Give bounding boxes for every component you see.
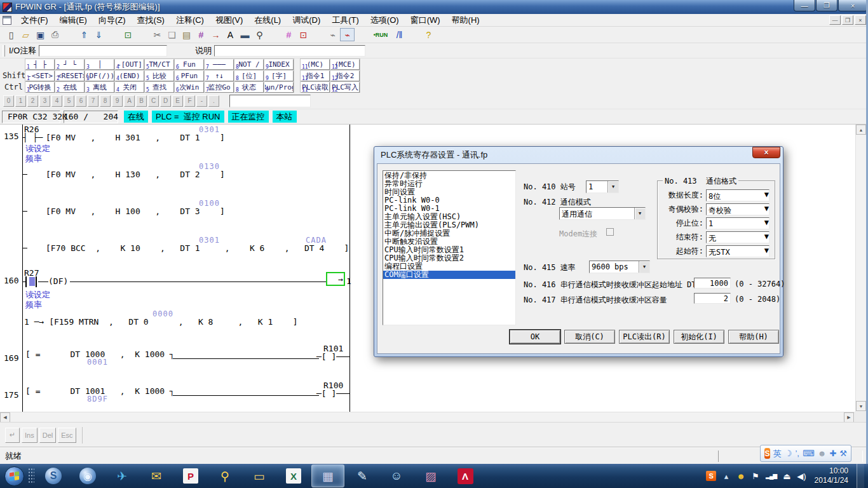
select-mode-icon[interactable]: ⊡ xyxy=(121,28,135,41)
chevron-down-icon[interactable]: ▼ xyxy=(639,261,649,273)
register-category-item[interactable]: 异常时运行 xyxy=(383,180,515,188)
comm-format-select[interactable]: 1 ▼ xyxy=(706,217,770,229)
chevron-down-icon[interactable]: ▼ xyxy=(764,218,769,229)
cut-icon[interactable]: ✂ xyxy=(150,28,165,41)
fkey-button[interactable]: 4-[OUT] xyxy=(115,59,144,70)
dialog-close-icon[interactable]: × xyxy=(752,147,780,158)
menu-item[interactable]: 编辑(E) xyxy=(54,13,93,27)
excel-icon[interactable]: X xyxy=(277,464,310,487)
qq-tray-icon[interactable]: ☻ xyxy=(736,471,745,481)
clock[interactable]: 10:00 2014/1/24 xyxy=(815,466,848,485)
mdi-restore-button[interactable]: ❐ xyxy=(842,15,853,25)
chevron-down-icon[interactable]: ▼ xyxy=(764,246,769,257)
fkey-button[interactable]: 1┤ ├ xyxy=(25,59,55,70)
help-button[interactable]: 帮助(H) xyxy=(728,330,779,344)
mdi-document-icon[interactable] xyxy=(3,16,11,25)
menu-item[interactable]: 帮助(H) xyxy=(446,13,485,27)
save-icon[interactable]: ▣ xyxy=(33,28,48,41)
io-comment-icon[interactable]: # xyxy=(194,28,208,41)
hex-key-button[interactable]: 0 xyxy=(3,95,14,107)
fkey-button[interactable]: 9Run/Prog xyxy=(264,82,294,93)
fkey-button[interactable]: 11指令1 xyxy=(301,71,330,81)
monitor-window-icon[interactable]: ⊡ xyxy=(296,28,311,41)
vertical-scrollbar[interactable]: ▲ ▼ xyxy=(855,125,866,412)
fkey-button[interactable]: 11PLC读取 xyxy=(301,82,330,93)
fkey-button[interactable]: 8[位] xyxy=(234,71,264,81)
menu-item[interactable]: 在线(L) xyxy=(248,13,287,27)
scroll-left-icon[interactable]: ◀ xyxy=(0,412,10,423)
menu-item[interactable]: 查找(S) xyxy=(132,13,170,27)
hex-key-button[interactable]: 1 xyxy=(15,95,26,107)
sogou-logo-icon[interactable]: S xyxy=(764,448,770,459)
cancel-button[interactable]: 取消(C) xyxy=(564,330,615,344)
input-p8-icon[interactable]: P xyxy=(174,464,207,487)
modem-checkbox[interactable] xyxy=(606,228,614,236)
hex-key-button[interactable]: - xyxy=(196,95,207,107)
flashget-bird-icon[interactable]: ✈ xyxy=(105,464,139,487)
comm-format-select[interactable]: 8位 ▼ xyxy=(706,189,770,201)
explorer-folder-icon[interactable]: ▭ xyxy=(243,464,276,487)
register-category-item[interactable]: 主单元输入设置(HSC) xyxy=(383,213,515,221)
hex-key-button[interactable]: 9 xyxy=(112,95,123,107)
io-comment-input[interactable] xyxy=(39,45,167,57)
find-io-icon[interactable]: # xyxy=(281,28,296,41)
hex-key-button[interactable]: 8 xyxy=(100,95,111,107)
hex-key-button[interactable]: 3 xyxy=(39,95,50,107)
hex-key-button[interactable]: F xyxy=(184,95,195,107)
fkey-button[interactable]: 2在线 xyxy=(55,82,85,93)
register-category-item[interactable]: 中断/脉冲捕捉设置 xyxy=(383,229,515,238)
buffer-start-input[interactable] xyxy=(694,278,731,288)
toolbar-icon[interactable] xyxy=(267,28,281,41)
menu-item[interactable]: 调试(D) xyxy=(287,13,326,27)
ime-tool-icon[interactable]: ⚒ xyxy=(839,449,847,458)
hex-key-button[interactable]: 2 xyxy=(27,95,38,107)
fkey-button[interactable]: 3│ xyxy=(85,59,114,70)
fkey-button[interactable]: 3离线 xyxy=(85,82,114,93)
scroll-down-icon[interactable]: ▼ xyxy=(856,401,866,411)
register-category-item[interactable]: PC-link W0-1 xyxy=(383,205,515,213)
hex-key-button[interactable]: D xyxy=(160,95,171,107)
toolbar-icon[interactable] xyxy=(355,28,369,41)
run-mode-icon[interactable]: •RUN xyxy=(369,28,392,41)
comm-format-select[interactable]: 无 ▼ xyxy=(706,231,770,243)
comment-download-icon[interactable]: ⇓ xyxy=(92,28,106,41)
paste-icon[interactable]: ▤ xyxy=(179,28,194,41)
toolbar-icon[interactable] xyxy=(135,28,150,41)
menu-item[interactable]: 窗口(W) xyxy=(405,13,446,27)
search-tool-icon[interactable]: ⚲ xyxy=(208,464,241,487)
edit-key-button[interactable]: Del xyxy=(39,428,57,443)
buffer-capacity-input[interactable] xyxy=(694,293,731,304)
mdi-minimize-button[interactable]: — xyxy=(829,15,841,25)
edit-key-button[interactable]: Ins xyxy=(22,428,37,443)
comm-format-select[interactable]: 奇校验 ▼ xyxy=(706,203,770,215)
scroll-right-icon[interactable]: ▶ xyxy=(844,412,854,423)
fkey-button[interactable]: 11(MC) xyxy=(301,59,330,70)
ime-user-icon[interactable]: ☻ xyxy=(818,449,827,458)
fkey-button[interactable]: 9INDEX xyxy=(264,59,294,70)
chevron-down-icon[interactable]: ▼ xyxy=(764,232,769,243)
fkey-button[interactable]: 7监控Go xyxy=(205,82,234,93)
hex-key-button[interactable]: . xyxy=(208,95,219,107)
outlook-icon[interactable]: ✉ xyxy=(140,464,173,487)
fkey-button[interactable]: 6PFun xyxy=(175,71,204,81)
online-icon[interactable]: ⌁ xyxy=(340,28,355,41)
print-icon[interactable]: ⎙ xyxy=(48,28,62,41)
register-category-item[interactable]: 编程口设置 xyxy=(383,262,515,271)
ime-punct-icon[interactable]: ’, xyxy=(795,449,799,458)
comm-mode-select[interactable]: 通用通信 ▼ xyxy=(559,207,646,220)
ime-moon-icon[interactable]: ☽ xyxy=(785,449,792,458)
fkey-button[interactable]: 12(MCE) xyxy=(330,59,360,70)
monitor-run-icon[interactable]: /‖ xyxy=(392,28,407,41)
menu-item[interactable]: 选项(O) xyxy=(365,13,405,27)
menu-item[interactable]: 向导(Z) xyxy=(93,13,132,27)
toolbar-icon[interactable] xyxy=(106,28,121,41)
adobe-reader-icon[interactable]: Λ xyxy=(449,464,482,487)
initialize-button[interactable]: 初始化(I) xyxy=(674,330,724,344)
hex-key-button[interactable]: 7 xyxy=(88,95,98,107)
fkey-button[interactable]: 4(END) xyxy=(115,71,144,81)
fkey-button[interactable]: 12PLC写入 xyxy=(330,82,360,93)
hex-key-button[interactable]: A xyxy=(124,95,135,107)
register-category-item[interactable]: PC-link W0-0 xyxy=(383,196,515,205)
menu-item[interactable]: 文件(F) xyxy=(15,13,54,27)
register-category-item[interactable]: CPU输入时间常数设置2 xyxy=(383,254,515,262)
